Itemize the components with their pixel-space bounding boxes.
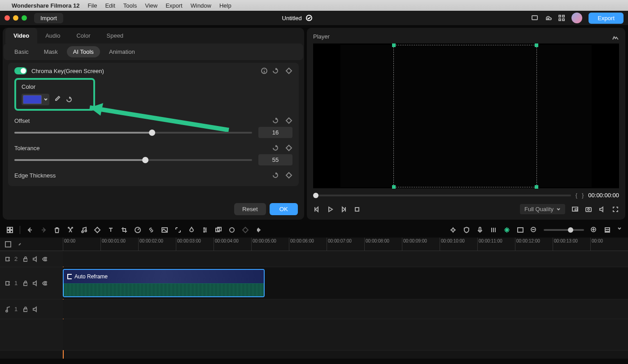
offset-value[interactable]: 16 bbox=[258, 127, 292, 138]
menu-window[interactable]: Window bbox=[191, 2, 211, 9]
menu-edit[interactable]: Edit bbox=[105, 2, 115, 9]
chevron-down-icon[interactable] bbox=[617, 226, 622, 234]
progress-slider[interactable] bbox=[313, 195, 571, 196]
handle-tl[interactable] bbox=[392, 43, 396, 47]
export-button[interactable]: Export bbox=[589, 13, 624, 24]
record-icon[interactable] bbox=[228, 226, 236, 234]
zoom-out-icon[interactable] bbox=[530, 226, 537, 234]
split-icon[interactable] bbox=[67, 226, 74, 234]
menu-tools[interactable]: Tools bbox=[123, 2, 137, 9]
mark-in-icon[interactable]: { bbox=[576, 192, 577, 199]
subtab-basic[interactable]: Basic bbox=[8, 46, 35, 57]
next-frame-icon[interactable] bbox=[340, 206, 347, 213]
track-a1-body[interactable] bbox=[63, 299, 628, 319]
tolerance-value[interactable]: 55 bbox=[258, 154, 292, 165]
color-dropdown[interactable] bbox=[22, 94, 49, 105]
keyframe-icon[interactable] bbox=[285, 144, 292, 152]
volume-icon[interactable] bbox=[598, 206, 606, 213]
handle-tr[interactable] bbox=[535, 43, 538, 47]
reset-color-icon[interactable] bbox=[65, 96, 73, 103]
image-icon[interactable] bbox=[161, 226, 168, 234]
menu-app[interactable]: Wondershare Filmora 12 bbox=[12, 2, 79, 9]
reset-icon[interactable] bbox=[272, 144, 279, 152]
tab-video[interactable]: Video bbox=[5, 28, 37, 43]
subtab-aitools[interactable]: AI Tools bbox=[67, 46, 100, 57]
handle-bl[interactable] bbox=[392, 185, 396, 189]
mute-icon[interactable] bbox=[32, 306, 37, 313]
scopes-icon[interactable] bbox=[612, 34, 619, 41]
adjust-icon[interactable] bbox=[201, 226, 209, 234]
lock-icon[interactable] bbox=[22, 280, 27, 287]
link-track-icon[interactable] bbox=[16, 241, 23, 248]
tab-color[interactable]: Color bbox=[68, 28, 98, 43]
display-icon[interactable] bbox=[531, 14, 538, 22]
reset-icon[interactable] bbox=[272, 172, 279, 179]
tab-speed[interactable]: Speed bbox=[99, 28, 132, 43]
eyedropper-icon[interactable] bbox=[54, 96, 61, 103]
track-empty-body[interactable] bbox=[63, 319, 628, 350]
speed-icon[interactable] bbox=[134, 226, 141, 234]
music-icon[interactable] bbox=[80, 226, 87, 234]
quality-dropdown[interactable]: Full Quality bbox=[520, 204, 565, 214]
tab-audio[interactable]: Audio bbox=[37, 28, 68, 43]
track-v2-body[interactable] bbox=[63, 251, 628, 267]
cloud-download-icon[interactable] bbox=[545, 14, 552, 22]
menu-help[interactable]: Help bbox=[219, 2, 231, 9]
grid-icon[interactable] bbox=[6, 226, 13, 234]
keyframe-icon[interactable] bbox=[285, 117, 292, 124]
maximize-window[interactable] bbox=[22, 15, 27, 21]
audio-wave-icon[interactable] bbox=[255, 226, 262, 234]
ok-button[interactable]: OK bbox=[270, 203, 298, 215]
keyframe-icon[interactable] bbox=[285, 172, 292, 179]
menu-file[interactable]: File bbox=[87, 2, 97, 9]
mute-icon[interactable] bbox=[32, 256, 37, 263]
zoom-slider[interactable] bbox=[544, 229, 584, 231]
shield-icon[interactable] bbox=[463, 226, 470, 234]
reset-icon[interactable] bbox=[272, 117, 279, 124]
text-icon[interactable] bbox=[107, 226, 114, 234]
enhance-icon[interactable] bbox=[503, 226, 510, 234]
player-canvas[interactable] bbox=[313, 43, 619, 188]
undo-icon[interactable] bbox=[26, 226, 34, 234]
lock-icon[interactable] bbox=[22, 306, 27, 313]
time-ruler[interactable]: 00:0000:00:01:0000:00:02:0000:00:03:0000… bbox=[63, 238, 628, 251]
selection-rect[interactable] bbox=[393, 45, 537, 187]
keyframe-tb-icon[interactable] bbox=[242, 226, 249, 234]
track-options-icon[interactable] bbox=[4, 241, 12, 248]
lock-icon[interactable] bbox=[22, 256, 27, 263]
group-icon[interactable] bbox=[215, 226, 222, 234]
mixer-icon[interactable] bbox=[490, 226, 497, 234]
subtab-mask[interactable]: Mask bbox=[38, 46, 64, 57]
import-button[interactable]: Import bbox=[34, 13, 63, 23]
color-icon[interactable] bbox=[188, 226, 195, 234]
play-icon[interactable] bbox=[327, 206, 334, 213]
chroma-toggle[interactable] bbox=[14, 67, 27, 74]
mark-out-icon[interactable]: } bbox=[582, 192, 584, 199]
video-clip[interactable]: Auto Reframe bbox=[63, 269, 265, 297]
subtab-animation[interactable]: Animation bbox=[103, 46, 141, 57]
image2-icon[interactable] bbox=[517, 226, 524, 234]
pip-icon[interactable] bbox=[571, 206, 579, 213]
mute-icon[interactable] bbox=[32, 280, 37, 287]
apps-grid-icon[interactable] bbox=[558, 14, 565, 22]
eye-icon[interactable] bbox=[42, 256, 47, 263]
keyframe-icon[interactable] bbox=[285, 67, 292, 74]
info-icon[interactable] bbox=[261, 68, 267, 74]
redo-icon[interactable] bbox=[40, 226, 47, 234]
tolerance-slider[interactable] bbox=[14, 159, 252, 161]
minimize-window[interactable] bbox=[13, 15, 18, 21]
crop-icon[interactable] bbox=[121, 226, 128, 234]
handle-br[interactable] bbox=[535, 185, 538, 189]
fullscreen-icon[interactable] bbox=[612, 206, 619, 213]
snapshot-icon[interactable] bbox=[585, 206, 592, 213]
layout-icon[interactable] bbox=[604, 226, 611, 234]
props-scroll[interactable]: Chroma Key(Green Screen) Color bbox=[3, 60, 304, 199]
stop-icon[interactable] bbox=[353, 206, 361, 213]
menu-export[interactable]: Export bbox=[166, 2, 183, 9]
menu-view[interactable]: View bbox=[145, 2, 157, 9]
expand-icon[interactable] bbox=[174, 226, 182, 234]
delete-icon[interactable] bbox=[53, 226, 61, 234]
auto-icon[interactable] bbox=[449, 226, 457, 234]
track-v1-body[interactable]: Auto Reframe bbox=[63, 267, 628, 299]
zoom-in-icon[interactable] bbox=[590, 226, 597, 234]
